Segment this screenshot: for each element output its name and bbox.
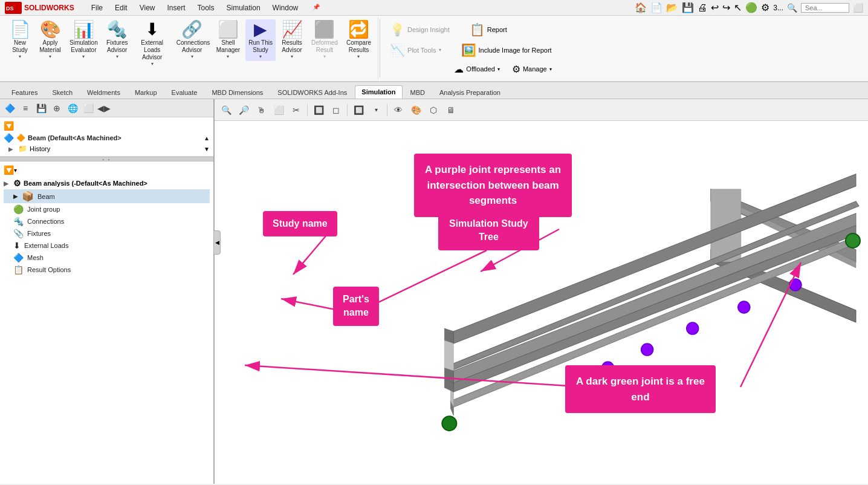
- left-toolbar-globe-btn[interactable]: 🌐: [65, 101, 80, 116]
- connections-dropdown[interactable]: ▾: [191, 54, 193, 59]
- history-item[interactable]: ▶ 📁 History ▼: [4, 144, 210, 154]
- feature-tree-header[interactable]: 🔷 🔶 Beam (Default<As Machined> ▲: [4, 132, 210, 144]
- view-visibility-icon[interactable]: 👁: [390, 102, 406, 118]
- tab-simulation[interactable]: Simulation: [355, 85, 402, 99]
- menu-pin-icon[interactable]: 📌: [310, 2, 322, 13]
- panel-collapse-handle[interactable]: ◀: [213, 230, 221, 255]
- study-item-result-options[interactable]: 📋 Result Options: [4, 264, 210, 276]
- study-filter-icon[interactable]: 🔽: [4, 165, 14, 175]
- left-toolbar-grid-btn[interactable]: ⬜: [81, 101, 96, 116]
- menu-more-icon[interactable]: 3...: [773, 4, 783, 12]
- view-cube2-icon[interactable]: ◻: [328, 102, 344, 118]
- left-toolbar-arrow-btn[interactable]: ◀▶: [97, 101, 111, 116]
- results-advisor-button[interactable]: 📈 ResultsAdvisor ▾: [278, 19, 306, 61]
- view-rotate-icon[interactable]: 🖱: [253, 102, 269, 118]
- panel-resize-handle[interactable]: • •: [0, 157, 213, 161]
- viewport[interactable]: 🔍 🔎 🖱 ⬜ ✂ 🔲 ◻ 🔲 ▾ 👁 🎨 ⬡ 🖥: [215, 99, 868, 484]
- tab-markup[interactable]: Markup: [128, 86, 164, 99]
- menu-simulation[interactable]: Simulation: [224, 2, 263, 13]
- ext-loads-dropdown[interactable]: ▾: [151, 61, 154, 67]
- fixtures-advisor-button[interactable]: 🔩 FixturesAdvisor ▾: [103, 19, 131, 61]
- study-item-fixtures[interactable]: 📎 Fixtures: [4, 227, 210, 239]
- view-box-icon[interactable]: ⬜: [271, 102, 287, 118]
- tab-mbd[interactable]: MBD: [404, 86, 432, 99]
- new-study-button[interactable]: 📄 NewStudy ▾: [6, 19, 34, 61]
- apply-material-button[interactable]: 🎨 ApplyMaterial ▾: [36, 19, 64, 61]
- menu-open-icon[interactable]: 📂: [666, 2, 678, 13]
- design-insight-button[interactable]: 💡 Design Insight: [386, 21, 453, 38]
- run-study-dropdown[interactable]: ▾: [259, 54, 262, 59]
- menu-undo-icon[interactable]: ↩: [711, 2, 719, 13]
- view-display-icon[interactable]: 🎨: [408, 102, 424, 118]
- fixtures-advisor-dropdown[interactable]: ▾: [116, 54, 118, 59]
- manage-dropdown[interactable]: ▾: [549, 67, 552, 72]
- plot-tools-dropdown[interactable]: ▾: [439, 47, 441, 53]
- study-item-beam[interactable]: ▶ 📦 Beam: [4, 189, 210, 203]
- menu-cursor-icon[interactable]: ↖: [734, 2, 742, 13]
- menu-window-icon[interactable]: ⬜: [853, 3, 863, 13]
- apply-material-dropdown[interactable]: ▾: [49, 54, 51, 59]
- view-cut-icon[interactable]: ✂: [288, 102, 304, 118]
- plot-tools-button[interactable]: 📉 Plot Tools ▾: [386, 42, 445, 59]
- include-image-button[interactable]: 🖼️ Include Image for Report: [458, 42, 555, 59]
- study-item-mesh[interactable]: 🔷 Mesh: [4, 252, 210, 264]
- deformed-result-button[interactable]: ⬛ DeformedResult ▾: [308, 19, 341, 61]
- menu-home-icon[interactable]: 🏠: [635, 2, 647, 13]
- view-screen-icon[interactable]: 🖥: [443, 102, 459, 118]
- history-dropdown[interactable]: ▼: [204, 146, 210, 152]
- tab-evaluate[interactable]: Evaluate: [165, 86, 204, 99]
- menu-view[interactable]: View: [137, 2, 158, 13]
- tab-sketch[interactable]: Sketch: [45, 86, 79, 99]
- tab-analysis-prep[interactable]: Analysis Preparation: [433, 86, 507, 99]
- ext-loads-button[interactable]: ⬇ ExternalLoads Advisor ▾: [134, 19, 171, 68]
- menu-new-icon[interactable]: 📄: [650, 2, 662, 13]
- menu-tools[interactable]: Tools: [195, 2, 217, 13]
- view-zoom-icon[interactable]: 🔎: [236, 102, 251, 118]
- study-item-joint-group[interactable]: 🟢 Joint group: [4, 203, 210, 215]
- menu-save-icon[interactable]: 💾: [682, 2, 694, 13]
- view-cube-icon[interactable]: 🔲: [311, 102, 326, 118]
- left-toolbar-shape-btn[interactable]: 🔷: [2, 101, 17, 116]
- menu-green-circle-icon[interactable]: 🟢: [745, 2, 757, 13]
- left-toolbar-list-btn[interactable]: ≡: [18, 101, 33, 116]
- study-filter-dropdown[interactable]: ▾: [14, 167, 17, 174]
- sim-evaluator-dropdown[interactable]: ▾: [82, 54, 85, 59]
- menu-window[interactable]: Window: [270, 2, 301, 13]
- menu-file[interactable]: File: [89, 2, 105, 13]
- study-tree-header[interactable]: ▶ ⚙ Beam analysis (-Default<As Machined>: [4, 177, 210, 189]
- view-orientation-icon[interactable]: 🔲: [351, 102, 366, 118]
- study-item-connections[interactable]: 🔩 Connections: [4, 215, 210, 227]
- report-button[interactable]: 📋 Report: [466, 21, 511, 38]
- tab-mbd-dimensions[interactable]: MBD Dimensions: [205, 86, 270, 99]
- new-study-dropdown[interactable]: ▾: [19, 54, 21, 59]
- compare-results-dropdown[interactable]: ▾: [357, 54, 360, 59]
- left-toolbar-target-btn[interactable]: ⊕: [50, 101, 64, 116]
- compare-results-button[interactable]: 🔁 CompareResults ▾: [343, 19, 374, 61]
- tab-weldments[interactable]: Weldments: [80, 86, 127, 99]
- connections-advisor-button[interactable]: 🔗 ConnectionsAdvisor ▾: [173, 19, 211, 61]
- search-input[interactable]: [801, 3, 849, 13]
- menu-print-icon[interactable]: 🖨: [698, 2, 707, 13]
- offloaded-dropdown[interactable]: ▾: [497, 67, 500, 72]
- menu-insert[interactable]: Insert: [165, 2, 188, 13]
- run-study-button[interactable]: ▶ Run ThisStudy ▾: [245, 19, 276, 61]
- tab-solidworks-addins[interactable]: SOLIDWORKS Add-Ins: [271, 86, 354, 99]
- view-scene-icon[interactable]: ⬡: [426, 102, 441, 118]
- left-toolbar-save-btn[interactable]: 💾: [34, 101, 48, 116]
- menu-redo-icon[interactable]: ↪: [722, 2, 730, 13]
- deformed-result-dropdown[interactable]: ▾: [323, 54, 326, 59]
- shell-manager-button[interactable]: ⬜ ShellManager ▾: [213, 19, 243, 61]
- offloaded-button[interactable]: ☁ Offloaded ▾: [450, 62, 504, 76]
- menu-gear-icon[interactable]: ⚙: [761, 2, 769, 13]
- shell-manager-dropdown[interactable]: ▾: [227, 54, 229, 59]
- tab-features[interactable]: Features: [5, 86, 44, 99]
- filter-icon[interactable]: 🔽: [4, 121, 14, 131]
- study-item-external-loads[interactable]: ⬇ External Loads: [4, 239, 210, 252]
- manage-button[interactable]: ⚙ Manage ▾: [508, 62, 555, 76]
- view-search-icon[interactable]: 🔍: [218, 102, 234, 118]
- results-advisor-dropdown[interactable]: ▾: [291, 54, 293, 59]
- part-expand-up[interactable]: ▲: [204, 135, 210, 142]
- view-dropdown-icon[interactable]: ▾: [368, 102, 384, 118]
- sim-evaluator-button[interactable]: 📊 SimulationEvaluator ▾: [66, 19, 101, 61]
- menu-edit[interactable]: Edit: [112, 2, 130, 13]
